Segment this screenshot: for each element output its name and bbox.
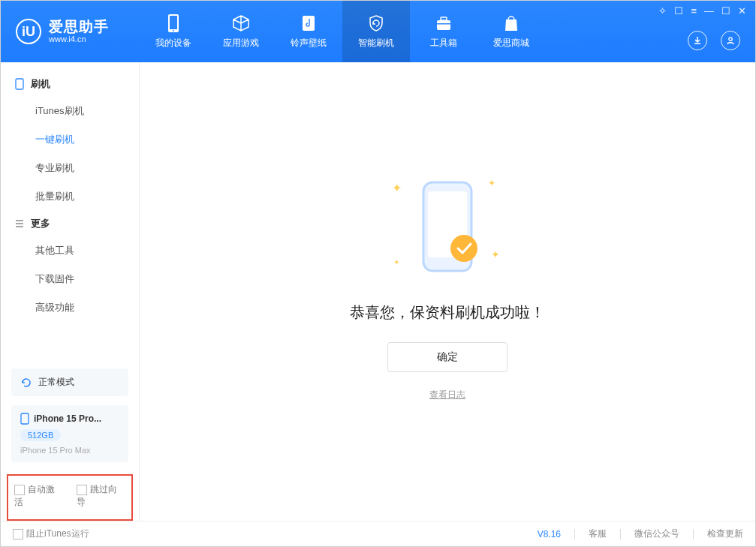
activation-options-highlight: 自动激活 跳过向导 — [7, 474, 133, 521]
maximize-icon[interactable]: ☐ — [721, 5, 730, 17]
view-log-link[interactable]: 查看日志 — [429, 389, 465, 401]
success-illustration: ✦ ✦ ✦ ✦ — [395, 175, 500, 280]
wechat-link[interactable]: 微信公众号 — [634, 527, 679, 540]
minimize-icon[interactable]: — — [704, 5, 714, 17]
nav-my-device[interactable]: 我的设备 — [140, 1, 207, 62]
nav-label: 铃声壁纸 — [291, 37, 327, 50]
device-status-box[interactable]: 正常模式 — [11, 368, 128, 396]
svg-rect-5 — [441, 17, 447, 20]
nav-label: 爱思商城 — [493, 37, 529, 50]
svg-rect-4 — [437, 20, 450, 30]
nav-apps[interactable]: 应用游戏 — [207, 1, 275, 62]
phone-small-icon — [14, 78, 25, 90]
app-header: ✧ ☐ ≡ — ☐ ✕ iU 爱思助手 www.i4.cn 我的设备 应用游戏 — [1, 1, 755, 62]
svg-rect-6 — [437, 23, 450, 25]
menu-icon[interactable]: ≡ — [691, 5, 697, 17]
nav-store[interactable]: 爱思商城 — [477, 1, 545, 62]
svg-rect-3 — [303, 16, 315, 31]
sidebar-item-itunes-flash[interactable]: iTunes刷机 — [1, 97, 139, 125]
status-bar: 阻止iTunes运行 V8.16 客服 微信公众号 检查更新 — [1, 521, 755, 546]
phone-icon[interactable]: ☐ — [674, 5, 683, 17]
window-controls: ✧ ☐ ≡ — ☐ ✕ — [658, 5, 746, 17]
sidebar-item-other-tools[interactable]: 其他工具 — [1, 236, 139, 265]
logo-area: iU 爱思助手 www.i4.cn — [1, 1, 140, 62]
sidebar-section-flash: 刷机 — [1, 71, 139, 97]
app-subtitle: www.i4.cn — [49, 35, 109, 44]
device-model: iPhone 15 Pro Max — [20, 446, 119, 455]
sidebar-item-oneclick-flash[interactable]: 一键刷机 — [1, 125, 139, 154]
check-update-link[interactable]: 检查更新 — [707, 527, 743, 540]
bag-icon — [502, 14, 520, 32]
sidebar-section-more: 更多 — [1, 211, 139, 236]
close-icon[interactable]: ✕ — [738, 5, 746, 17]
sidebar-item-advanced[interactable]: 高级功能 — [1, 293, 139, 322]
confirm-button[interactable]: 确定 — [387, 342, 508, 372]
nav-toolbox[interactable]: 工具箱 — [410, 1, 477, 62]
success-message: 恭喜您，保资料刷机成功啦！ — [350, 302, 545, 323]
status-label: 正常模式 — [38, 376, 74, 389]
nav-label: 应用游戏 — [223, 37, 259, 50]
section-title-text: 刷机 — [31, 77, 50, 91]
svg-rect-8 — [16, 79, 23, 89]
nav-label: 智能刷机 — [358, 37, 394, 50]
logo-icon: iU — [16, 19, 41, 44]
auto-activate-checkbox[interactable]: 自动激活 — [14, 483, 63, 509]
download-button[interactable] — [688, 31, 707, 50]
cube-icon — [232, 14, 250, 32]
section-title-text: 更多 — [31, 217, 50, 230]
nav-label: 我的设备 — [155, 37, 191, 50]
toolbox-icon — [435, 14, 453, 32]
music-icon — [300, 14, 318, 32]
checkbox-label: 阻止iTunes运行 — [26, 528, 89, 539]
header-right-icons — [688, 31, 740, 50]
nav-label: 工具箱 — [430, 37, 457, 50]
list-icon — [14, 218, 25, 229]
version-label: V8.16 — [538, 529, 561, 539]
device-storage-badge: 512GB — [20, 429, 61, 441]
skip-wizard-checkbox[interactable]: 跳过向导 — [77, 483, 125, 509]
svg-point-7 — [729, 38, 732, 41]
sidebar-item-download-firmware[interactable]: 下载固件 — [1, 265, 139, 293]
main-content: ✦ ✦ ✦ ✦ 恭喜您，保资料刷机成功啦！ 确定 查看日志 — [140, 62, 755, 521]
svg-rect-9 — [21, 413, 29, 424]
feedback-icon[interactable]: ✧ — [658, 5, 667, 17]
phone-small-icon — [20, 413, 29, 425]
user-button[interactable] — [721, 31, 740, 50]
device-icon — [164, 14, 182, 32]
refresh-icon — [20, 377, 32, 389]
nav-flash[interactable]: 智能刷机 — [342, 1, 410, 62]
sidebar: 刷机 iTunes刷机 一键刷机 专业刷机 批量刷机 更多 其他工具 下载固件 … — [1, 62, 140, 521]
svg-rect-1 — [170, 16, 177, 29]
sidebar-item-pro-flash[interactable]: 专业刷机 — [1, 154, 139, 182]
sidebar-item-batch-flash[interactable]: 批量刷机 — [1, 182, 139, 211]
refresh-shield-icon — [367, 14, 385, 32]
device-info-box[interactable]: iPhone 15 Pro... 512GB iPhone 15 Pro Max — [11, 405, 128, 462]
app-title: 爱思助手 — [49, 20, 109, 35]
svg-point-12 — [450, 235, 477, 262]
block-itunes-checkbox[interactable]: 阻止iTunes运行 — [13, 527, 89, 540]
support-link[interactable]: 客服 — [589, 527, 607, 540]
device-name: iPhone 15 Pro... — [34, 413, 101, 424]
svg-point-2 — [173, 30, 174, 32]
nav-ringtones[interactable]: 铃声壁纸 — [275, 1, 342, 62]
